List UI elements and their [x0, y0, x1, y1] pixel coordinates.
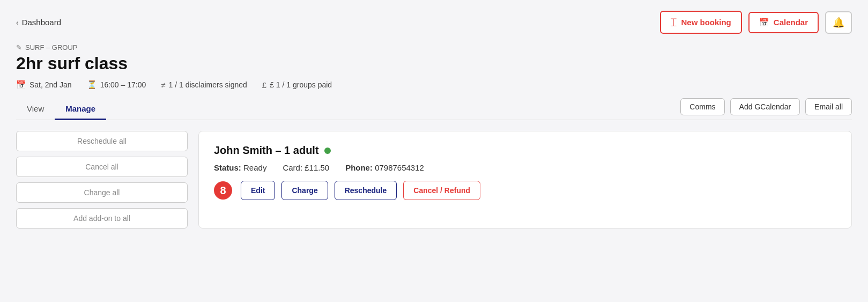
status-field: Status: Ready	[214, 163, 266, 172]
meta-info: 📅 Sat, 2nd Jan ⏳ 16:00 – 17:00 ≠ 1 / 1 d…	[16, 80, 852, 90]
meta-time-label: 16:00 – 17:00	[100, 80, 146, 89]
booking-status-row: Status: Ready Card: £11.50 Phone: 079876…	[214, 163, 836, 172]
back-link[interactable]: ‹ Dashboard	[16, 18, 61, 27]
cancel-refund-button[interactable]: Cancel / Refund	[403, 181, 480, 200]
card-value: £11.50	[305, 163, 329, 172]
page-wrapper: ‹ Dashboard ⌶ New booking 📅 Calendar 🔔 ✎…	[0, 0, 868, 302]
booking-name: John Smith – 1 adult	[214, 144, 319, 157]
left-panel: Reschedule all Cancel all Change all Add…	[16, 131, 188, 229]
disclaimer-icon: ≠	[161, 80, 165, 90]
meta-disclaimers: ≠ 1 / 1 disclaimers signed	[161, 80, 247, 90]
pound-icon: £	[262, 80, 266, 90]
main-content: Reschedule all Cancel all Change all Add…	[16, 131, 852, 229]
plus-icon: ⌶	[671, 17, 677, 28]
top-actions: ⌶ New booking 📅 Calendar 🔔	[660, 11, 852, 34]
meta-paid: £ £ 1 / 1 groups paid	[262, 80, 332, 90]
tab-actions: Comms Add GCalendar Email all	[680, 98, 852, 120]
new-booking-button[interactable]: ⌶ New booking	[660, 11, 741, 34]
edit-icon: ✎	[16, 43, 22, 51]
chevron-left-icon: ‹	[16, 18, 19, 27]
clock-icon: ⏳	[87, 80, 97, 90]
calendar-icon: 📅	[759, 18, 769, 27]
tabs: View Manage	[16, 99, 106, 120]
comms-button[interactable]: Comms	[680, 98, 724, 115]
booking-actions: 8 Edit Charge Reschedule Cancel / Refund	[214, 181, 836, 200]
tabs-row: View Manage Comms Add GCalendar Email al…	[16, 98, 852, 120]
add-addon-all-button[interactable]: Add add-on to all	[16, 208, 188, 229]
add-gcalendar-button[interactable]: Add GCalendar	[730, 98, 800, 115]
page-title: 2hr surf class	[16, 54, 852, 73]
meta-time: ⏳ 16:00 – 17:00	[87, 80, 146, 90]
meta-date-label: Sat, 2nd Jan	[29, 80, 72, 89]
meta-paid-label: £ 1 / 1 groups paid	[270, 80, 332, 89]
status-dot	[324, 148, 331, 154]
booking-header: John Smith – 1 adult	[214, 144, 836, 157]
back-label: Dashboard	[22, 18, 61, 27]
status-value: Ready	[243, 163, 266, 172]
tab-view[interactable]: View	[16, 99, 55, 120]
email-all-button[interactable]: Email all	[805, 98, 852, 115]
notifications-button[interactable]: 🔔	[825, 11, 852, 34]
phone-value: 07987654312	[375, 163, 424, 172]
bell-icon: 🔔	[833, 17, 844, 28]
phone-label-text: Phone:	[345, 163, 375, 172]
new-booking-label: New booking	[681, 18, 731, 27]
top-nav: ‹ Dashboard ⌶ New booking 📅 Calendar 🔔	[16, 11, 852, 34]
booking-number-badge: 8	[214, 181, 232, 200]
cancel-all-button[interactable]: Cancel all	[16, 157, 188, 177]
edit-button[interactable]: Edit	[241, 181, 275, 200]
reschedule-button[interactable]: Reschedule	[335, 181, 397, 200]
calendar-button[interactable]: 📅 Calendar	[748, 12, 819, 33]
booking-panel: John Smith – 1 adult Status: Ready Card:…	[198, 131, 852, 229]
tab-manage[interactable]: Manage	[55, 99, 106, 120]
reschedule-all-button[interactable]: Reschedule all	[16, 131, 188, 151]
activity-type: ✎ SURF – GROUP	[16, 43, 852, 51]
activity-type-label: SURF – GROUP	[25, 43, 78, 51]
page-header: ✎ SURF – GROUP 2hr surf class 📅 Sat, 2nd…	[16, 43, 852, 90]
change-all-button[interactable]: Change all	[16, 182, 188, 203]
charge-button[interactable]: Charge	[281, 181, 328, 200]
calendar-label: Calendar	[774, 18, 808, 27]
phone-field: Phone: 07987654312	[345, 163, 424, 172]
meta-disclaimers-label: 1 / 1 disclaimers signed	[169, 80, 247, 89]
status-label-text: Status:	[214, 163, 243, 172]
meta-date: 📅 Sat, 2nd Jan	[16, 80, 72, 90]
card-field: Card: £11.50	[283, 163, 329, 172]
calendar-meta-icon: 📅	[16, 80, 26, 90]
